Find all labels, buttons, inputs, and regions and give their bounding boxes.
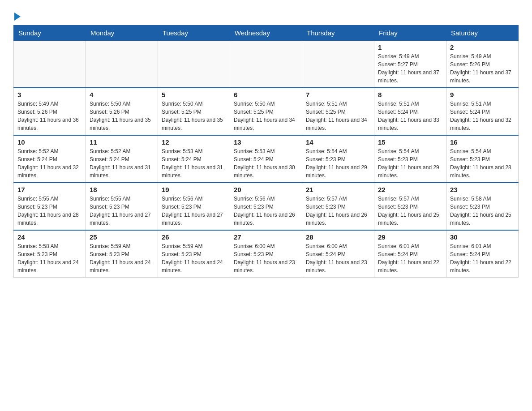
day-info: Sunrise: 5:52 AM Sunset: 5:24 PM Dayligh… <box>17 147 82 180</box>
day-info: Sunrise: 5:56 AM Sunset: 5:23 PM Dayligh… <box>162 195 226 227</box>
calendar-week-row: 17Sunrise: 5:55 AM Sunset: 5:23 PM Dayli… <box>14 183 519 230</box>
col-header-monday: Monday <box>86 26 158 41</box>
calendar-table: SundayMondayTuesdayWednesdayThursdayFrid… <box>13 25 519 278</box>
calendar-cell <box>158 41 230 88</box>
calendar-cell: 19Sunrise: 5:56 AM Sunset: 5:23 PM Dayli… <box>158 183 230 230</box>
day-info: Sunrise: 5:54 AM Sunset: 5:23 PM Dayligh… <box>378 147 442 180</box>
col-header-saturday: Saturday <box>446 26 519 41</box>
calendar-header-row: SundayMondayTuesdayWednesdayThursdayFrid… <box>14 26 519 41</box>
calendar-cell: 2Sunrise: 5:49 AM Sunset: 5:26 PM Daylig… <box>446 41 519 88</box>
calendar-cell: 8Sunrise: 5:51 AM Sunset: 5:24 PM Daylig… <box>374 88 446 135</box>
calendar-cell: 20Sunrise: 5:56 AM Sunset: 5:23 PM Dayli… <box>230 183 302 230</box>
day-info: Sunrise: 5:57 AM Sunset: 5:23 PM Dayligh… <box>378 195 442 227</box>
day-number: 17 <box>17 186 82 193</box>
logo <box>13 9 21 21</box>
calendar-cell: 22Sunrise: 5:57 AM Sunset: 5:23 PM Dayli… <box>374 183 446 230</box>
col-header-thursday: Thursday <box>302 26 374 41</box>
day-info: Sunrise: 5:50 AM Sunset: 5:25 PM Dayligh… <box>162 100 226 132</box>
calendar-week-row: 1Sunrise: 5:49 AM Sunset: 5:27 PM Daylig… <box>14 41 519 88</box>
calendar-week-row: 10Sunrise: 5:52 AM Sunset: 5:24 PM Dayli… <box>14 135 519 183</box>
day-info: Sunrise: 5:58 AM Sunset: 5:23 PM Dayligh… <box>17 242 82 274</box>
calendar-cell: 5Sunrise: 5:50 AM Sunset: 5:25 PM Daylig… <box>158 88 230 135</box>
day-info: Sunrise: 5:59 AM Sunset: 5:23 PM Dayligh… <box>90 242 154 274</box>
calendar-cell: 16Sunrise: 5:54 AM Sunset: 5:23 PM Dayli… <box>446 135 519 183</box>
day-number: 24 <box>17 233 82 241</box>
day-info: Sunrise: 5:51 AM Sunset: 5:24 PM Dayligh… <box>378 100 442 132</box>
calendar-cell: 24Sunrise: 5:58 AM Sunset: 5:23 PM Dayli… <box>14 230 86 278</box>
day-number: 14 <box>306 138 370 146</box>
col-header-friday: Friday <box>374 26 446 41</box>
calendar-cell: 15Sunrise: 5:54 AM Sunset: 5:23 PM Dayli… <box>374 135 446 183</box>
day-number: 5 <box>162 91 226 98</box>
calendar-cell: 25Sunrise: 5:59 AM Sunset: 5:23 PM Dayli… <box>86 230 158 278</box>
day-number: 15 <box>378 138 442 146</box>
day-number: 11 <box>90 138 154 146</box>
day-number: 1 <box>378 43 442 51</box>
day-number: 2 <box>450 43 515 51</box>
calendar-week-row: 24Sunrise: 5:58 AM Sunset: 5:23 PM Dayli… <box>14 230 519 278</box>
calendar-cell <box>14 41 86 88</box>
day-number: 26 <box>162 233 226 241</box>
calendar-cell: 23Sunrise: 5:58 AM Sunset: 5:23 PM Dayli… <box>446 183 519 230</box>
calendar-cell: 14Sunrise: 5:54 AM Sunset: 5:23 PM Dayli… <box>302 135 374 183</box>
day-number: 23 <box>450 186 515 193</box>
calendar-cell: 13Sunrise: 5:53 AM Sunset: 5:24 PM Dayli… <box>230 135 302 183</box>
day-number: 21 <box>306 186 370 193</box>
day-info: Sunrise: 5:54 AM Sunset: 5:23 PM Dayligh… <box>450 147 515 180</box>
day-info: Sunrise: 6:01 AM Sunset: 5:24 PM Dayligh… <box>378 242 442 274</box>
day-number: 7 <box>306 91 370 98</box>
calendar-week-row: 3Sunrise: 5:49 AM Sunset: 5:26 PM Daylig… <box>14 88 519 135</box>
day-number: 28 <box>306 233 370 241</box>
day-info: Sunrise: 5:49 AM Sunset: 5:26 PM Dayligh… <box>17 100 82 132</box>
col-header-sunday: Sunday <box>14 26 86 41</box>
day-number: 12 <box>162 138 226 146</box>
day-info: Sunrise: 5:49 AM Sunset: 5:27 PM Dayligh… <box>378 52 442 85</box>
day-number: 9 <box>450 91 515 98</box>
calendar-cell: 4Sunrise: 5:50 AM Sunset: 5:26 PM Daylig… <box>86 88 158 135</box>
day-info: Sunrise: 5:49 AM Sunset: 5:26 PM Dayligh… <box>450 52 515 85</box>
day-info: Sunrise: 5:58 AM Sunset: 5:23 PM Dayligh… <box>450 195 515 227</box>
day-info: Sunrise: 5:53 AM Sunset: 5:24 PM Dayligh… <box>234 147 298 180</box>
day-number: 30 <box>450 233 515 241</box>
calendar-cell: 12Sunrise: 5:53 AM Sunset: 5:24 PM Dayli… <box>158 135 230 183</box>
calendar-cell: 29Sunrise: 6:01 AM Sunset: 5:24 PM Dayli… <box>374 230 446 278</box>
calendar-cell: 9Sunrise: 5:51 AM Sunset: 5:24 PM Daylig… <box>446 88 519 135</box>
day-info: Sunrise: 5:59 AM Sunset: 5:23 PM Dayligh… <box>162 242 226 274</box>
calendar-cell <box>86 41 158 88</box>
day-number: 19 <box>162 186 226 193</box>
day-number: 4 <box>90 91 154 98</box>
day-info: Sunrise: 5:50 AM Sunset: 5:25 PM Dayligh… <box>234 100 298 132</box>
calendar-cell: 6Sunrise: 5:50 AM Sunset: 5:25 PM Daylig… <box>230 88 302 135</box>
logo-arrow-icon <box>14 13 21 21</box>
day-info: Sunrise: 5:51 AM Sunset: 5:25 PM Dayligh… <box>306 100 370 132</box>
calendar-cell: 3Sunrise: 5:49 AM Sunset: 5:26 PM Daylig… <box>14 88 86 135</box>
page-header <box>13 9 519 21</box>
day-number: 13 <box>234 138 298 146</box>
day-info: Sunrise: 6:00 AM Sunset: 5:23 PM Dayligh… <box>234 242 298 274</box>
day-info: Sunrise: 5:53 AM Sunset: 5:24 PM Dayligh… <box>162 147 226 180</box>
calendar-cell: 10Sunrise: 5:52 AM Sunset: 5:24 PM Dayli… <box>14 135 86 183</box>
day-number: 22 <box>378 186 442 193</box>
day-number: 25 <box>90 233 154 241</box>
calendar-cell: 17Sunrise: 5:55 AM Sunset: 5:23 PM Dayli… <box>14 183 86 230</box>
day-number: 29 <box>378 233 442 241</box>
calendar-cell: 7Sunrise: 5:51 AM Sunset: 5:25 PM Daylig… <box>302 88 374 135</box>
calendar-cell: 21Sunrise: 5:57 AM Sunset: 5:23 PM Dayli… <box>302 183 374 230</box>
calendar-cell: 27Sunrise: 6:00 AM Sunset: 5:23 PM Dayli… <box>230 230 302 278</box>
calendar-cell: 18Sunrise: 5:55 AM Sunset: 5:23 PM Dayli… <box>86 183 158 230</box>
calendar-cell: 1Sunrise: 5:49 AM Sunset: 5:27 PM Daylig… <box>374 41 446 88</box>
calendar-cell <box>302 41 374 88</box>
day-number: 10 <box>17 138 82 146</box>
day-info: Sunrise: 5:50 AM Sunset: 5:26 PM Dayligh… <box>90 100 154 132</box>
day-info: Sunrise: 5:51 AM Sunset: 5:24 PM Dayligh… <box>450 100 515 132</box>
day-number: 27 <box>234 233 298 241</box>
day-number: 18 <box>90 186 154 193</box>
day-number: 20 <box>234 186 298 193</box>
day-info: Sunrise: 6:01 AM Sunset: 5:24 PM Dayligh… <box>450 242 515 274</box>
calendar-cell: 30Sunrise: 6:01 AM Sunset: 5:24 PM Dayli… <box>446 230 519 278</box>
day-number: 6 <box>234 91 298 98</box>
calendar-cell: 11Sunrise: 5:52 AM Sunset: 5:24 PM Dayli… <box>86 135 158 183</box>
day-info: Sunrise: 5:57 AM Sunset: 5:23 PM Dayligh… <box>306 195 370 227</box>
day-info: Sunrise: 5:54 AM Sunset: 5:23 PM Dayligh… <box>306 147 370 180</box>
day-info: Sunrise: 6:00 AM Sunset: 5:24 PM Dayligh… <box>306 242 370 274</box>
